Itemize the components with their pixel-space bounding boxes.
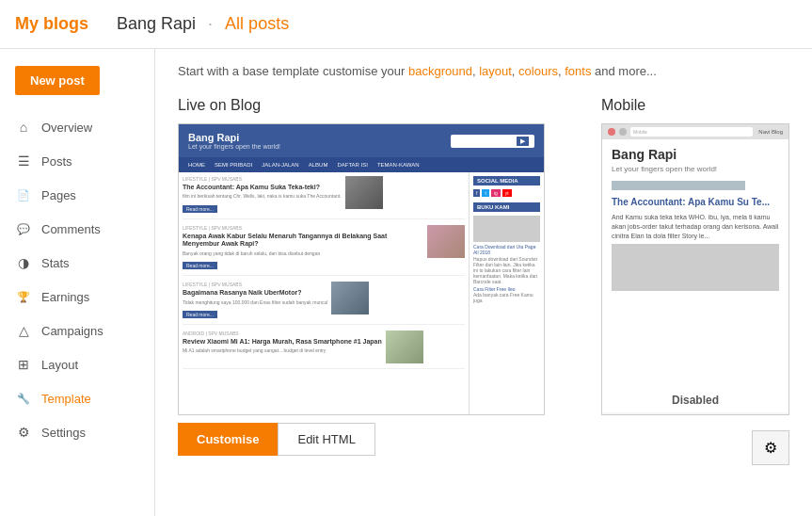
mini-sidebar-popular: BUKU KAMI <box>473 202 540 212</box>
sidebar-label-posts: Posts <box>41 154 72 169</box>
sidebar-item-pages[interactable]: Pages <box>0 178 154 212</box>
mini-post-title-4: Review Xiaomi Mi A1: Harga Murah, Rasa S… <box>183 338 382 346</box>
sidebar-item-stats[interactable]: Stats <box>0 246 154 280</box>
sidebar-item-layout[interactable]: Layout <box>0 347 154 381</box>
mini-post-text-2: Banyak orang yang tidak di baruh selalu,… <box>183 250 423 257</box>
blog-preview: Bang Rapi Let your fingers open the worl… <box>178 123 545 415</box>
mini-search-button[interactable]: ▶ <box>517 137 529 146</box>
mobile-disabled-label: Disabled <box>602 393 788 407</box>
my-blogs-link[interactable]: My blogs <box>15 14 88 34</box>
mini-post-2: LIFESTYLE | SPV MUSABS Kenapa Awak Kabur… <box>183 225 465 276</box>
customise-button[interactable]: Customise <box>178 423 278 456</box>
mini-post-title-3: Bagaimana Rasanya Naik UberMotor? <box>183 289 327 297</box>
mini-blog-title: Bang Rapi <box>188 132 280 143</box>
mobile-nav-text: Navi Blog <box>758 129 783 135</box>
mini-sidebar-social: SOCIAL MEDIA <box>473 176 540 185</box>
mobile-top-bar: Mobile Navi Blog <box>602 124 788 139</box>
mini-post-cat-2: LIFESTYLE | SPV MUSABS <box>183 225 423 231</box>
mini-sidebar-social-content: f t ig yt <box>473 189 540 197</box>
pages-icon <box>15 186 32 203</box>
nav-daftar: DAFTAR ISI <box>333 160 372 169</box>
info-text: Start with a base template customise you… <box>178 64 789 78</box>
template-icon <box>15 390 32 407</box>
nav-jalan: JALAN-JALAN <box>258 160 302 169</box>
new-post-button[interactable]: New post <box>15 66 100 95</box>
sidebar-item-posts[interactable]: Posts <box>0 144 154 178</box>
earnings-icon <box>15 288 32 305</box>
sidebar-label-overview: Overview <box>41 121 92 135</box>
posts-icon <box>15 153 32 169</box>
mobile-content: Bang Rapi Let your fingers open the worl… <box>602 139 788 412</box>
mini-post-img-2 <box>427 225 465 258</box>
mini-post-3: LIFESTYLE | SPV MUSABS Bagaimana Rasanya… <box>183 282 465 325</box>
mobile-section: Mobile Mobile Navi Blog Bang Rapi <box>601 97 789 465</box>
all-posts-link[interactable]: All posts <box>225 14 289 34</box>
sidebar-label-campaigns: Campaigns <box>41 324 103 338</box>
live-on-blog-section: Live on Blog Bang Rapi Let your fingers … <box>178 97 579 465</box>
settings-icon <box>15 424 32 441</box>
mini-post-cat-4: ANDROID | SPV MUSABS <box>183 331 382 336</box>
mini-sidebar-widgets: SOCIAL MEDIA f t ig yt BUKU KAMI <box>469 172 544 415</box>
mini-post-text-1: film ini berkisah tentang Chr. Wells, la… <box>183 193 342 200</box>
gear-button[interactable]: ⚙ <box>752 430 789 465</box>
sidebar-item-overview[interactable]: Overview <box>0 110 154 144</box>
mini-post-title-1: The Accountant: Apa Kamu Suka Teka-teki? <box>183 184 342 191</box>
mini-blog-subtitle: Let your fingers open the world! <box>188 143 280 150</box>
mini-nav: HOME SEMI PRIBADI JALAN-JALAN ALBUM DAFT… <box>179 157 544 172</box>
mini-post-text-4: Mi A1 adalah smartphone budget yang sang… <box>183 347 382 354</box>
sidebar-item-campaigns[interactable]: Campaigns <box>0 314 154 347</box>
nav-album: ALBUM <box>305 160 332 169</box>
mobile-post-text: And Kamu suka teka teka WHO. ibu, lya, m… <box>612 213 779 240</box>
edit-html-button[interactable]: Edit HTML <box>278 423 374 456</box>
mini-post-1: LIFESTYLE | SPV MUSABS The Accountant: A… <box>183 176 465 219</box>
disabled-text: Disabled <box>672 394 719 407</box>
sidebar-item-template[interactable]: Template <box>0 381 154 415</box>
mini-read-more-2[interactable]: Read more... <box>183 262 217 269</box>
top-header: My blogs Bang Rapi · All posts <box>0 0 812 49</box>
mobile-post-title: The Accountant: Apa Kamu Su Te... <box>612 196 779 208</box>
mini-post-cat-1: LIFESTYLE | SPV MUSABS <box>183 176 342 182</box>
mini-search-bar[interactable]: ▶ <box>451 135 534 148</box>
sidebar-label-earnings: Earnings <box>41 290 89 304</box>
header-separator <box>98 14 107 34</box>
header-dot: · <box>203 14 217 34</box>
mobile-close-dot <box>608 128 615 136</box>
mini-post-img-3 <box>331 282 369 314</box>
sidebar: New post Overview Posts Pages Comments S… <box>0 49 155 516</box>
mobile-blog-title: Bang Rapi <box>612 147 779 162</box>
mobile-url-bar: Mobile <box>630 127 753 137</box>
sidebar-label-layout: Layout <box>41 358 78 372</box>
sidebar-label-settings: Settings <box>41 426 86 440</box>
mini-post-img-1 <box>345 176 383 209</box>
previews-row: Live on Blog Bang Rapi Let your fingers … <box>178 97 789 465</box>
blog-name: Bang Rapi <box>117 14 196 34</box>
home-icon <box>15 119 32 136</box>
campaigns-icon <box>15 322 32 339</box>
mini-post-4: ANDROID | SPV MUSABS Review Xiaomi Mi A1… <box>183 331 465 369</box>
sidebar-label-template: Template <box>41 392 91 406</box>
layout-icon <box>15 356 32 373</box>
mini-main-content: LIFESTYLE | SPV MUSABS The Accountant: A… <box>179 172 544 415</box>
mini-sidebar-popular-content: Cara Download dari Uta Page All 2018 Hap… <box>473 216 540 303</box>
content-area: Start with a base template customise you… <box>155 49 812 516</box>
mini-search-input[interactable] <box>456 137 513 146</box>
live-on-blog-title: Live on Blog <box>178 97 579 114</box>
mobile-tagline: Let your fingers open the world! <box>612 165 779 173</box>
mini-post-title-2: Kenapa Awak Kabur Selalu Menaruh Tangann… <box>183 233 423 249</box>
comments-icon <box>15 220 32 237</box>
sidebar-label-stats: Stats <box>41 256 70 270</box>
mini-read-more-1[interactable]: Read more... <box>183 205 217 213</box>
mobile-min-dot <box>619 128 627 136</box>
mini-post-cat-3: LIFESTYLE | SPV MUSABS <box>183 282 327 287</box>
stats-icon <box>15 254 32 271</box>
mini-post-text-3: Tidak menghitung saya 100,000 dan Enas f… <box>183 299 327 306</box>
mini-post-img-4 <box>386 331 423 363</box>
sidebar-item-comments[interactable]: Comments <box>0 212 154 246</box>
mini-read-more-3[interactable]: Read more... <box>183 311 217 318</box>
mobile-preview-title: Mobile <box>601 97 789 114</box>
mini-blog-header: Bang Rapi Let your fingers open the worl… <box>179 124 544 157</box>
sidebar-item-earnings[interactable]: Earnings <box>0 280 154 314</box>
sidebar-label-comments: Comments <box>41 222 101 236</box>
sidebar-item-settings[interactable]: Settings <box>0 415 154 449</box>
mobile-post-img <box>612 244 779 291</box>
